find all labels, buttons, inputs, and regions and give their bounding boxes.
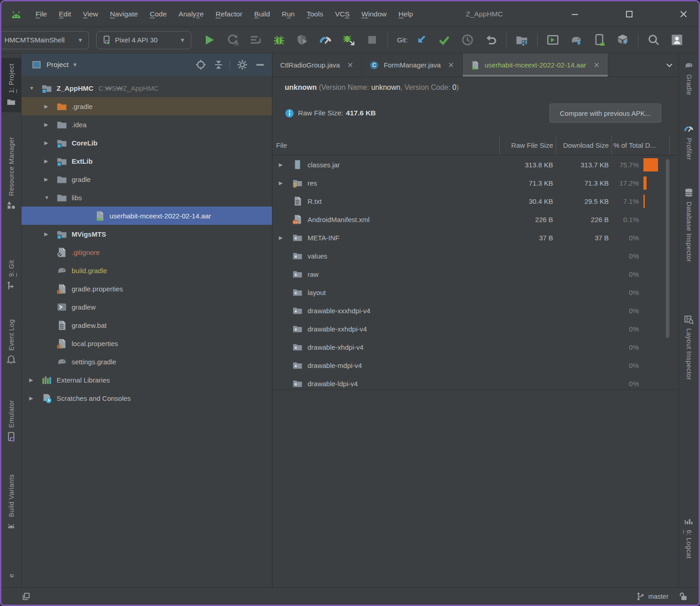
tool-window-button-resource-manager[interactable]: Resource Manager: [1, 137, 21, 210]
table-row-raw[interactable]: raw0%: [272, 265, 679, 283]
tree-expand-arrow-right[interactable]: ▶: [40, 140, 57, 146]
tree-item-.idea[interactable]: ▶.idea: [21, 115, 272, 134]
minimize-button[interactable]: [570, 9, 580, 19]
tree-item-gradlew[interactable]: gradlew: [21, 298, 272, 316]
menu-build[interactable]: Build: [248, 7, 276, 21]
profile-coverage-button[interactable]: [296, 34, 308, 46]
sdk-manager-button[interactable]: [616, 34, 629, 46]
profiler-gauge-button[interactable]: [319, 34, 332, 46]
menu-run[interactable]: Run: [276, 7, 301, 21]
git-rollback-button[interactable]: [485, 34, 497, 46]
tab-close-icon[interactable]: [593, 62, 600, 68]
menu-tools[interactable]: Tools: [301, 7, 329, 21]
tree-item-gradlew.bat[interactable]: gradlew.bat: [21, 316, 272, 334]
tree-item-build.gradle[interactable]: build.gradle: [21, 261, 272, 280]
menu-analyze[interactable]: Analyze: [172, 7, 209, 21]
tool-window-switcher-icon[interactable]: [21, 592, 31, 601]
row-expand-arrow[interactable]: ▶: [276, 162, 293, 168]
column-header--of-total-d-[interactable]: % of Total D...: [611, 135, 670, 155]
tree-item-corelib[interactable]: ▶CoreLib: [21, 134, 272, 152]
tree-item-local.properties[interactable]: local.properties: [21, 334, 272, 352]
row-expand-arrow[interactable]: ▶: [276, 180, 293, 186]
device-manager-button[interactable]: [593, 34, 606, 46]
hide-minus-button[interactable]: [255, 59, 266, 70]
table-row-meta-inf[interactable]: ▶META-INF37 B37 B0%: [272, 228, 679, 247]
menu-vcs[interactable]: VCS: [329, 7, 355, 21]
crosshair-button[interactable]: [195, 59, 206, 70]
tree-expand-arrow-down[interactable]: ▼: [25, 85, 42, 91]
run-button[interactable]: [203, 34, 215, 46]
tool-window-button-database-inspector[interactable]: Database Inspector: [679, 188, 699, 262]
tree-expand-arrow-right[interactable]: ▶: [40, 231, 57, 237]
unlock-icon[interactable]: [679, 592, 688, 601]
tool-window-button-6-logcat[interactable]: 6: Logcat: [679, 516, 699, 559]
tree-expand-arrow-right[interactable]: ▶: [40, 122, 57, 128]
tree-item-.gitignore[interactable]: .gitignore: [21, 243, 272, 261]
table-row-drawable-xhdpi-v4[interactable]: drawable-xhdpi-v40%: [272, 338, 679, 356]
apply-code-changes-button[interactable]: [250, 34, 262, 46]
maximize-button[interactable]: [624, 9, 634, 19]
table-row-drawable-xxhdpi-v4[interactable]: drawable-xxhdpi-v40%: [272, 320, 679, 338]
tree-item-libs[interactable]: ▼libs: [21, 188, 272, 207]
gear-button[interactable]: [237, 59, 248, 70]
tree-item-gradle.properties[interactable]: gradle.properties: [21, 280, 272, 298]
tree-item-extlib[interactable]: ▶ExtLib: [21, 152, 272, 170]
stop-button[interactable]: [366, 34, 378, 46]
table-row-androidmanifest.xml[interactable]: <>AndroidManifest.xml226 B226 B0.1%: [272, 210, 679, 228]
tab-close-icon[interactable]: [448, 62, 454, 68]
tool-window-button-1-project[interactable]: 1: Project: [1, 58, 21, 112]
menu-file[interactable]: File: [30, 7, 53, 21]
tool-window-button-gradle[interactable]: Gradle: [679, 61, 699, 95]
tree-item-z-apphmc[interactable]: ▼Z_AppHMCC:₩S₩Z_AppHMC: [21, 79, 272, 97]
table-row-drawable-ldpi-v4[interactable]: drawable-ldpi-v40%: [272, 374, 679, 390]
gradle-sync-button[interactable]: [570, 34, 582, 46]
editor-tab-userhabit-mceext-2022-02-14.aar[interactable]: userhabit-mceext-2022-02-14.aar: [463, 53, 608, 77]
table-row-drawable-xxxhdpi-v4[interactable]: drawable-xxxhdpi-v40%: [272, 301, 679, 320]
tree-item-mvigsmts[interactable]: ▶MVigsMTS: [21, 225, 272, 243]
table-row-res[interactable]: ▶res71.3 KB71.3 KB17.2%: [272, 174, 679, 192]
terminal-run-button[interactable]: [547, 34, 559, 46]
project-structure-button[interactable]: [516, 34, 528, 46]
table-row-layout[interactable]: layout0%: [272, 283, 679, 301]
close-button[interactable]: [679, 9, 689, 19]
tree-expand-arrow-right[interactable]: ▶: [40, 104, 57, 109]
search-button[interactable]: [648, 34, 660, 46]
table-row-drawable-mdpi-v4[interactable]: drawable-mdpi-v40%: [272, 356, 679, 374]
column-header-file[interactable]: File: [272, 135, 499, 155]
table-row-values[interactable]: values0%: [272, 247, 679, 265]
tool-window-button-emulator[interactable]: Emulator: [1, 400, 21, 441]
collapse-all-button[interactable]: [213, 59, 224, 70]
avatar-button[interactable]: [671, 34, 683, 46]
row-expand-arrow[interactable]: ▶: [276, 235, 293, 241]
git-commit-button[interactable]: [438, 34, 450, 46]
compare-with-previous-apk-button[interactable]: Compare with previous APK...: [549, 104, 661, 123]
tool-window-button-event-log[interactable]: Event Log: [1, 319, 21, 364]
tree-expand-arrow-right[interactable]: ▶: [25, 395, 42, 401]
tree-item-external-libraries[interactable]: ▶External Libraries: [21, 371, 272, 389]
git-update-button[interactable]: [415, 34, 427, 46]
project-view-dropdown[interactable]: Project: [47, 61, 68, 69]
menu-navigate[interactable]: Navigate: [104, 7, 144, 21]
menu-window[interactable]: Window: [355, 7, 392, 21]
editor-tab-formmanager.java[interactable]: CFormManager.java: [362, 53, 463, 77]
tree-expand-arrow-right[interactable]: ▶: [40, 158, 57, 164]
hidden-tabs-dropdown[interactable]: [660, 53, 679, 77]
tool-window-button-e[interactable]: e: [1, 574, 21, 577]
tree-item-scratches-and-consoles[interactable]: ▶Scratches and Consoles: [21, 389, 272, 407]
tool-window-button-build-variants[interactable]: Build Variants: [1, 474, 21, 531]
menu-edit[interactable]: Edit: [53, 7, 77, 21]
menu-help[interactable]: Help: [392, 7, 419, 21]
device-select[interactable]: Pixel 4 API 30 ▼: [96, 31, 191, 49]
run-config-select[interactable]: HMCMTSMainShell ▼: [0, 31, 89, 49]
tree-expand-arrow-right[interactable]: ▶: [25, 377, 42, 383]
editor-tab-ctlradiogroup.java[interactable]: CtlRadioGroup.java: [272, 53, 362, 77]
column-header-download-size[interactable]: Download Size: [556, 135, 611, 155]
git-branch-widget[interactable]: master: [636, 592, 669, 601]
attach-debugger-button[interactable]: [343, 34, 355, 46]
table-scrollbar[interactable]: [666, 159, 669, 338]
tree-item-gradle[interactable]: ▶gradle: [21, 170, 272, 188]
menu-code[interactable]: Code: [144, 7, 172, 21]
menu-view[interactable]: View: [77, 7, 104, 21]
tree-item-settings.gradle[interactable]: settings.gradle: [21, 352, 272, 371]
tree-expand-arrow-down[interactable]: ▼: [40, 195, 57, 200]
